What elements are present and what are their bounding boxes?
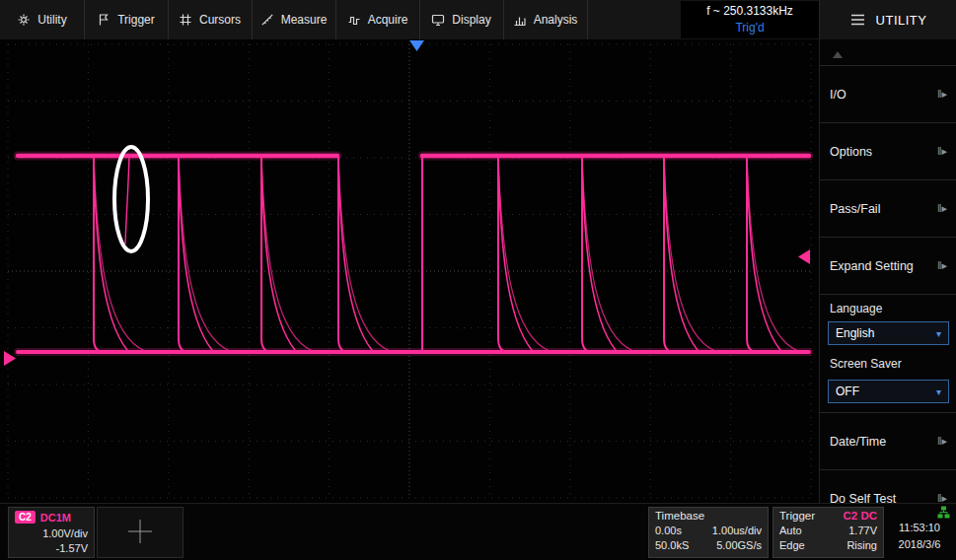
- menu-item-measure[interactable]: Measure: [252, 0, 336, 39]
- separator: [820, 294, 956, 295]
- language-label: Language: [830, 302, 882, 315]
- submenu-arrow-icon: ‖▸: [937, 435, 947, 448]
- submenu-arrow-icon: ‖▸: [937, 88, 947, 101]
- sidebar-header[interactable]: UTILITY: [819, 0, 956, 39]
- submenu-arrow-icon: ‖▸: [937, 259, 947, 272]
- sidebar-title: UTILITY: [876, 13, 927, 28]
- trigger-slope: Rising: [829, 539, 878, 551]
- sidebar-item-label: Date/Time: [830, 435, 886, 449]
- trigger-position-marker[interactable]: [409, 40, 424, 51]
- frequency-readout: f ~ 250.3133kHz Trig'd: [681, 1, 819, 38]
- cursors-icon: [179, 13, 192, 27]
- screen-saver-value: OFF: [836, 385, 859, 398]
- trigger-status: Trig'd: [735, 20, 764, 36]
- display-icon: [431, 13, 445, 27]
- menu-item-utility[interactable]: Utility: [0, 0, 85, 39]
- sidebar-item-expand-setting[interactable]: Expand Setting ‖▸: [820, 237, 956, 294]
- sidebar-item-label: Pass/Fail: [830, 202, 880, 216]
- channel-offset: -1.57V: [15, 542, 88, 554]
- sidebar-item-label: Do Self Test: [830, 492, 896, 504]
- timebase-samples: 50.0kS: [655, 539, 708, 551]
- graticule-grid: [8, 44, 811, 498]
- menu-item-label: Utility: [37, 13, 66, 27]
- submenu-arrow-icon: ‖▸: [937, 202, 947, 215]
- measure-icon: [260, 13, 274, 27]
- annotation-ellipse: [114, 147, 148, 251]
- menu-item-label: Acquire: [368, 13, 408, 27]
- trigger-title: Trigger: [779, 510, 815, 522]
- timebase-title: Timebase: [655, 510, 762, 522]
- menu-item-trigger[interactable]: Trigger: [84, 0, 169, 39]
- sidebar-item-passfail[interactable]: Pass/Fail ‖▸: [820, 179, 956, 237]
- sidebar-item-self-test[interactable]: Do Self Test ‖▸: [820, 469, 956, 503]
- menu-item-label: Trigger: [117, 13, 155, 27]
- language-dropdown[interactable]: English ▾: [828, 321, 949, 345]
- menu-item-analysis[interactable]: Analysis: [503, 0, 588, 39]
- crosshair-icon: [125, 517, 155, 548]
- trigger-status-box[interactable]: Trigger C2 DC Auto 1.77V Edge Rising: [772, 507, 884, 558]
- menu-item-acquire[interactable]: Acquire: [335, 0, 420, 39]
- utility-sidebar: I/O ‖▸ Options ‖▸ Pass/Fail ‖▸ Expand Se…: [819, 39, 956, 503]
- waveform-display[interactable]: [0, 39, 819, 503]
- sidebar-item-label: Options: [830, 145, 872, 159]
- menu-item-label: Measure: [281, 13, 328, 27]
- sidebar-item-label: Expand Setting: [830, 259, 914, 273]
- language-value: English: [836, 326, 874, 340]
- gear-icon: [17, 13, 31, 27]
- analysis-icon: [513, 13, 527, 27]
- trigger-level-marker[interactable]: [798, 249, 810, 264]
- clock-box: 11:53:10 2018/3/6: [887, 520, 952, 553]
- channel2-trace: [18, 156, 809, 352]
- channel-slot-box[interactable]: [97, 507, 184, 558]
- timebase-delay: 0.00s: [655, 525, 708, 536]
- channel2-status-box[interactable]: C2 DC1M 1.00V/div -1.57V: [8, 507, 95, 558]
- menu-item-label: Cursors: [199, 13, 241, 27]
- channel-coupling: DC1M: [40, 512, 71, 524]
- menu-item-label: Analysis: [534, 13, 578, 27]
- timebase-scale: 1.00us/div: [708, 525, 762, 536]
- clock-time: 11:53:10: [887, 520, 952, 536]
- flag-icon: [97, 13, 110, 27]
- menu-icon: [850, 14, 865, 26]
- trigger-type: Edge: [779, 539, 829, 551]
- trigger-source: C2 DC: [843, 510, 877, 522]
- timebase-status-box[interactable]: Timebase 0.00s 1.00us/div 50.0kS 5.00GS/…: [648, 507, 769, 558]
- acquire-icon: [347, 13, 361, 27]
- glitch-trace: [125, 157, 129, 244]
- menu-item-cursors[interactable]: Cursors: [168, 0, 253, 39]
- channel-badge: C2: [15, 511, 36, 524]
- sidebar-item-io[interactable]: I/O ‖▸: [820, 65, 956, 122]
- screen-saver-dropdown[interactable]: OFF ▾: [828, 380, 949, 403]
- screen-saver-label: Screen Saver: [830, 357, 902, 371]
- trigger-level: 1.77V: [829, 525, 878, 536]
- timebase-rate: 5.00GS/s: [708, 539, 762, 551]
- sidebar-item-label: I/O: [830, 88, 846, 102]
- sidebar-item-options[interactable]: Options ‖▸: [820, 122, 956, 179]
- oscilloscope-app: Utility Trigger Cursors Measure: [0, 0, 956, 560]
- channel-scale: 1.00V/div: [15, 527, 88, 539]
- status-bar: C2 DC1M 1.00V/div -1.57V Timebase 0.00s …: [0, 503, 956, 560]
- chevron-down-icon: ▾: [936, 328, 941, 339]
- network-icon: [937, 506, 950, 521]
- menu-item-label: Display: [452, 13, 490, 27]
- submenu-arrow-icon: ‖▸: [937, 492, 947, 503]
- menu-item-display[interactable]: Display: [419, 0, 504, 39]
- frequency-value: f ~ 250.3133kHz: [706, 3, 793, 20]
- channel-offset-marker[interactable]: [4, 351, 16, 366]
- chevron-down-icon: ▾: [936, 386, 941, 397]
- submenu-arrow-icon: ‖▸: [937, 145, 947, 158]
- trigger-mode: Auto: [779, 525, 829, 536]
- clock-date: 2018/3/6: [887, 536, 952, 553]
- top-menu-bar: Utility Trigger Cursors Measure: [0, 0, 956, 39]
- sidebar-item-datetime[interactable]: Date/Time ‖▸: [820, 412, 956, 469]
- scroll-up-indicator[interactable]: [833, 51, 843, 58]
